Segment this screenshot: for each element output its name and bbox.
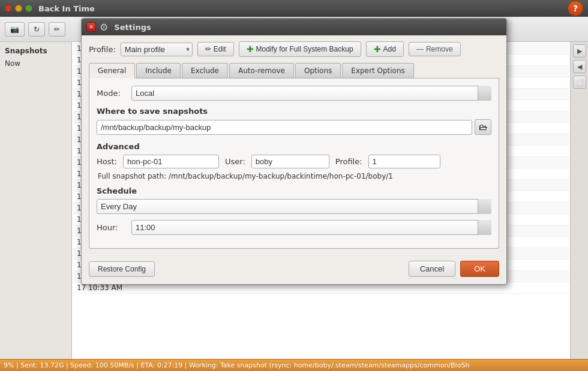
schedule-select[interactable]: Every Day (97, 199, 491, 214)
profile-label: Profile: (89, 45, 116, 54)
pencil-icon: ✏ (205, 45, 211, 53)
restore-config-button[interactable]: Restore Config (89, 261, 155, 277)
tab-exclude[interactable]: Exclude (182, 63, 228, 78)
mode-combo-wrap: Local ▲▼ (131, 86, 491, 101)
profile-row: Profile: Main profile ✏ Edit ✚ Modify fo… (89, 41, 499, 57)
settings-dialog: ✕ ⚙ Settings Profile: Main profile ✏ (81, 18, 507, 285)
profile-select-wrap: Main profile (121, 43, 193, 56)
dialog-close-button[interactable]: ✕ (86, 22, 96, 32)
remove-button[interactable]: — Remove (409, 42, 461, 56)
tab-auto-remove[interactable]: Auto-remove (229, 63, 294, 78)
profile-id-label: Profile: (335, 157, 362, 166)
dialog-footer: Restore Config Cancel OK (82, 255, 506, 284)
dialog-overlay: ✕ ⚙ Settings Profile: Main profile ✏ (0, 0, 588, 371)
modify-plus-icon: ✚ (247, 44, 254, 54)
hour-combo-wrap: 11:00 ▲▼ (131, 220, 491, 235)
host-input[interactable] (123, 155, 219, 168)
mode-row: Mode: Local ▲▼ (97, 86, 491, 101)
advanced-section-title: Advanced (97, 142, 491, 151)
advanced-section: Advanced Host: User: Profile: Full snaps… (97, 142, 491, 180)
dialog-title: Settings (114, 23, 151, 32)
mode-select[interactable]: Local (131, 86, 491, 101)
mode-label: Mode: (97, 89, 127, 98)
tab-include[interactable]: Include (136, 63, 181, 78)
host-label: Host: (97, 157, 117, 166)
dialog-titlebar: ✕ ⚙ Settings (82, 19, 506, 35)
footer-right: Cancel OK (409, 261, 499, 277)
schedule-row: Every Day ▲▼ (97, 199, 491, 214)
tab-content-general: Mode: Local ▲▼ Where to save snapshots 🗁 (89, 79, 499, 249)
cancel-button[interactable]: Cancel (409, 261, 455, 277)
modify-button[interactable]: ✚ Modify for Full System Backup (239, 41, 361, 57)
minus-icon: — (416, 45, 424, 53)
schedule-section: Schedule Every Day ▲▼ Hour: (97, 186, 491, 235)
path-row: 🗁 (97, 119, 491, 135)
hour-row: Hour: 11:00 ▲▼ (97, 220, 491, 235)
schedule-section-title: Schedule (97, 186, 491, 195)
profile-id-input[interactable] (368, 155, 440, 168)
schedule-combo-wrap: Every Day ▲▼ (97, 199, 491, 214)
advanced-fields-row: Host: User: Profile: (97, 155, 491, 168)
ok-button[interactable]: OK (460, 261, 499, 277)
add-plus-icon: ✚ (374, 44, 381, 54)
dialog-body: Profile: Main profile ✏ Edit ✚ Modify fo… (82, 35, 506, 255)
profile-select[interactable]: Main profile (121, 43, 193, 56)
full-path-text: Full snapshot path: /mnt/backup/backup/m… (97, 172, 491, 180)
hour-select[interactable]: 11:00 (131, 220, 491, 235)
tab-expert-options[interactable]: Expert Options (342, 63, 413, 78)
tabs: General Include Exclude Auto-remove Opti… (89, 63, 499, 79)
app-window: Back In Time ? 📷 ↻ ✏ Snapshots Now 17 9:… (0, 0, 588, 371)
user-label: User: (225, 157, 245, 166)
backup-path-input[interactable] (97, 120, 472, 135)
folder-browse-button[interactable]: 🗁 (475, 119, 491, 135)
where-section-title: Where to save snapshots (97, 107, 491, 116)
add-button[interactable]: ✚ Add (366, 41, 404, 57)
edit-button[interactable]: ✏ Edit (197, 42, 234, 56)
user-input[interactable] (251, 155, 329, 168)
tab-general[interactable]: General (89, 63, 135, 79)
dialog-title-icon: ⚙ (100, 22, 108, 33)
hour-label: Hour: (97, 223, 127, 232)
tab-options[interactable]: Options (295, 63, 341, 78)
